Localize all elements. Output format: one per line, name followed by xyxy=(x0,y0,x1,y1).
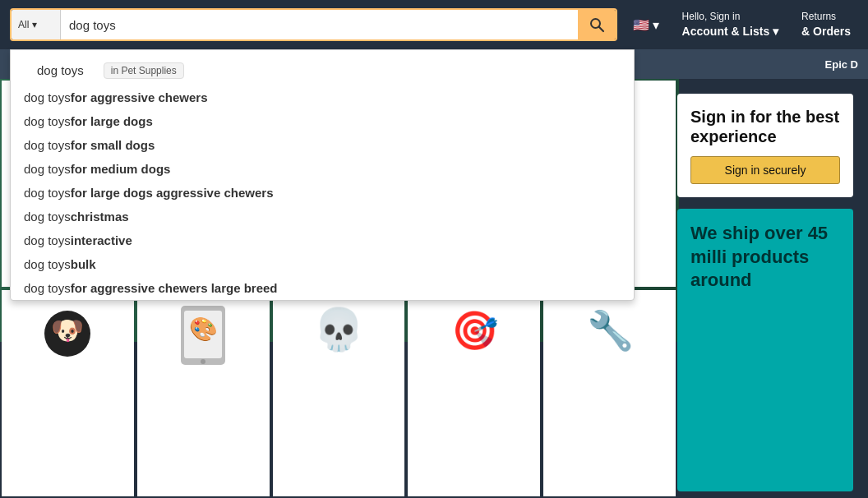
svg-text:🎯: 🎯 xyxy=(450,308,498,353)
product-doll[interactable]: 💀 xyxy=(273,290,405,496)
autocomplete-header: dog toys in Pet Supplies xyxy=(11,50,634,85)
product-outdoor[interactable]: 🎯 xyxy=(408,290,540,496)
suggestion-1[interactable]: dog toys for large dogs xyxy=(11,109,634,133)
search-bar: All ▾ xyxy=(10,8,617,41)
suggestion-5[interactable]: dog toys christmas xyxy=(11,205,634,228)
outdoor-icon: 🎯 xyxy=(446,302,503,368)
doll-image: 💀 xyxy=(302,298,376,372)
search-input[interactable] xyxy=(61,10,578,39)
signin-card: Sign in for the best experience Sign in … xyxy=(677,94,853,197)
product-tools[interactable]: 🔧 xyxy=(543,290,676,496)
ship-card: We ship over 45 milli products around xyxy=(677,209,853,491)
outdoor-image: 🎯 xyxy=(437,298,511,372)
flag-arrow: ▾ xyxy=(653,17,659,33)
product-toy1[interactable]: 🐶 xyxy=(2,290,134,496)
suggestion-8[interactable]: dog toys for aggressive chewers large br… xyxy=(11,276,634,300)
suggestion-3[interactable]: dog toys for medium dogs xyxy=(11,157,634,181)
suggestion-2[interactable]: dog toys for small dogs xyxy=(11,133,634,157)
svg-point-31 xyxy=(201,359,205,364)
toy1-image: 🐶 xyxy=(30,298,104,372)
right-panel: Sign in for the best experience Sign in … xyxy=(677,79,868,498)
search-icon xyxy=(589,16,605,33)
returns-bottom: & Orders xyxy=(801,24,851,39)
header: All ▾ 🇺🇸 ▾ Hello, Sign in Account & List… xyxy=(0,0,868,49)
svg-text:🎨: 🎨 xyxy=(189,316,218,343)
nav-right-label: Epic D xyxy=(825,58,858,71)
account-menu[interactable]: Hello, Sign in Account & Lists ▾ xyxy=(675,7,786,43)
account-label: Account & Lists ▾ xyxy=(682,24,778,39)
tablet-image: 🎨 xyxy=(166,298,240,372)
signin-button[interactable]: Sign in securely xyxy=(690,156,840,184)
account-greeting: Hello, Sign in xyxy=(682,11,778,24)
suggestion-7[interactable]: dog toys bulk xyxy=(11,252,634,276)
tablet-icon: 🎨 xyxy=(174,302,232,368)
category-label: All xyxy=(18,19,29,30)
flag-emoji: 🇺🇸 xyxy=(633,17,649,33)
returns-menu[interactable]: Returns & Orders xyxy=(794,7,858,43)
tools-icon: 🔧 xyxy=(581,302,639,368)
ship-text: We ship over 45 milli products around xyxy=(690,222,840,293)
search-category-select[interactable]: All ▾ xyxy=(12,10,61,39)
autocomplete-dropdown: dog toys in Pet Supplies dog toys for ag… xyxy=(10,49,635,301)
suggestion-4[interactable]: dog toys for large dogs aggressive chewe… xyxy=(11,181,634,205)
svg-text:💀: 💀 xyxy=(313,305,365,354)
suggestion-0[interactable]: dog toys for aggressive chewers xyxy=(11,85,634,109)
svg-text:🐶: 🐶 xyxy=(51,315,84,346)
tools-image: 🔧 xyxy=(573,298,647,372)
autocomplete-main-suggestion[interactable]: dog toys xyxy=(24,58,97,82)
svg-text:🔧: 🔧 xyxy=(586,308,634,353)
svg-line-1 xyxy=(598,27,603,32)
flag-selector[interactable]: 🇺🇸 ▾ xyxy=(626,13,667,37)
doll-icon: 💀 xyxy=(310,302,367,368)
suggestion-6[interactable]: dog toys interactive xyxy=(11,228,634,252)
signin-title: Sign in for the best experience xyxy=(690,107,840,146)
category-arrow: ▾ xyxy=(32,19,37,30)
autocomplete-category-tag: in Pet Supplies xyxy=(104,62,184,79)
returns-top: Returns xyxy=(801,11,851,24)
product-tablet[interactable]: 🎨 xyxy=(137,290,270,496)
search-button[interactable] xyxy=(578,10,616,39)
toy1-icon: 🐶 xyxy=(39,305,96,367)
